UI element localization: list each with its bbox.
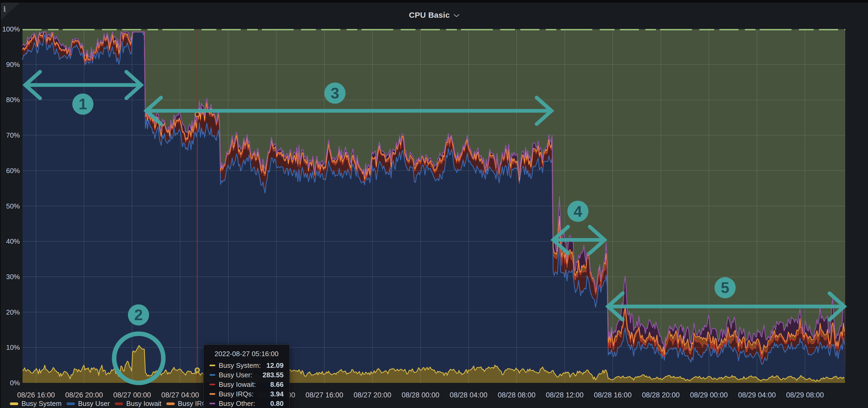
tooltip-label: Busy Other: [219,400,255,408]
tooltip-value: 0.80 [270,400,284,408]
chevron-down-icon[interactable] [453,13,460,18]
x-tick-label: 08/27 20:00 [353,391,391,399]
x-tick-label: 08/27 16:00 [306,391,343,399]
y-axis-labels: 0%10%20%30%40%50%60%70%80%90%100% [2,25,20,387]
x-tick-label: 08/28 16:00 [594,391,632,399]
legend-label: Busy Iowait [126,400,161,408]
svg-text:2: 2 [134,306,143,323]
legend-swatch-busy-system [10,402,18,405]
x-tick-label: 08/29 08:00 [786,391,824,399]
tooltip-value: 8.66 [270,380,284,389]
cpu-usage-chart[interactable]: 134520%10%20%30%40%50%60%70%80%90%100%08… [1,3,868,408]
hover-tooltip: 2022-08-27 05:16:00 Busy System: 12.09 B… [204,344,290,408]
x-tick-label: 08/28 12:00 [546,391,584,399]
svg-text:3: 3 [331,84,339,102]
x-tick-label: 08/29 04:00 [738,391,776,399]
tooltip-value: 283.55 [262,371,284,379]
y-tick-label: 50% [6,202,20,210]
legend-item-busy-system[interactable]: Busy System [10,400,62,408]
cpu-basic-panel: i CPU Basic 134520%10%20%30%40%50%60%70%… [1,3,868,408]
tooltip-value: 3.94 [270,390,284,398]
y-tick-label: 80% [6,96,20,104]
legend-swatch-busy-irqs [166,402,175,405]
tooltip-label: Busy IRQs: [219,390,253,398]
svg-text:4: 4 [574,203,582,220]
x-tick-label: 08/28 08:00 [498,391,536,399]
tooltip-swatch-busy-system [210,365,215,366]
x-tick-label: 08/28 04:00 [450,391,488,399]
legend-swatch-busy-iowait [115,402,123,405]
tooltip-label: Busy Iowait: [219,380,256,389]
tooltip-swatch-busy-irqs [210,393,215,395]
hover-point-marker [195,368,199,372]
tooltip-row-busy-iowait: Busy Iowait: 8.66 [210,380,284,389]
legend: Busy System Busy User Busy Iowait Busy I… [10,400,211,408]
legend-swatch-busy-user [66,402,75,405]
tooltip-row-busy-user: Busy User: 283.55 [210,370,284,380]
annotation-badge-3: 3 [324,82,346,104]
tooltip-row-busy-system: Busy System: 12.09 [210,361,284,370]
y-tick-label: 20% [6,308,20,316]
tooltip-value: 12.09 [267,362,284,370]
x-tick-label: 08/26 16:00 [17,391,55,399]
svg-text:5: 5 [721,279,729,296]
tooltip-swatch-busy-iowait [210,384,215,385]
x-tick-label: 08/27 00:00 [113,391,151,399]
annotation-badge-4: 4 [567,201,588,222]
x-tick-label: 08/26 20:00 [65,391,103,399]
y-tick-label: 70% [6,131,20,139]
plot-area: 134520%10%20%30%40%50%60%70%80%90%100%08… [2,25,845,399]
tooltip-row-busy-irqs: Busy IRQs: 3.94 [210,389,284,399]
info-icon: i [3,5,6,13]
legend-label: Busy System [22,400,62,408]
tooltip-label: Busy User: [219,371,252,379]
tooltip-label: Busy System: [219,362,261,370]
y-tick-label: 90% [6,61,20,69]
legend-item-busy-iowait[interactable]: Busy Iowait [115,400,161,408]
annotation-badge-5: 5 [714,277,736,298]
x-tick-label: 08/27 04:00 [161,391,199,399]
y-tick-label: 60% [6,167,20,175]
x-tick-label: 08/29 00:00 [690,391,728,399]
panel-title[interactable]: CPU Basic [409,10,450,20]
panel-header[interactable]: CPU Basic [1,6,868,24]
y-tick-label: 10% [6,343,20,351]
tooltip-timestamp: 2022-08-27 05:16:00 [210,349,284,359]
y-tick-label: 100% [2,25,20,33]
legend-item-busy-user[interactable]: Busy User [66,400,110,408]
tooltip-swatch-busy-other [210,403,215,404]
y-tick-label: 40% [6,237,20,245]
y-tick-label: 30% [6,273,20,281]
legend-label: Busy User [78,400,110,408]
x-axis-labels: 08/26 16:0008/26 20:0008/27 00:0008/27 0… [17,391,824,399]
window-top-strip [0,0,868,3]
tooltip-swatch-busy-user [210,374,215,376]
svg-text:1: 1 [79,95,87,112]
x-tick-label: 08/28 20:00 [642,391,680,399]
annotation-badge-1: 1 [72,93,93,114]
tooltip-row-busy-other: Busy Other: 0.80 [210,399,284,408]
annotation-badge-2: 2 [128,304,149,326]
x-tick-label: 08/28 00:00 [402,391,440,399]
y-tick-label: 0% [10,379,20,387]
hover-point-marker [195,112,199,116]
